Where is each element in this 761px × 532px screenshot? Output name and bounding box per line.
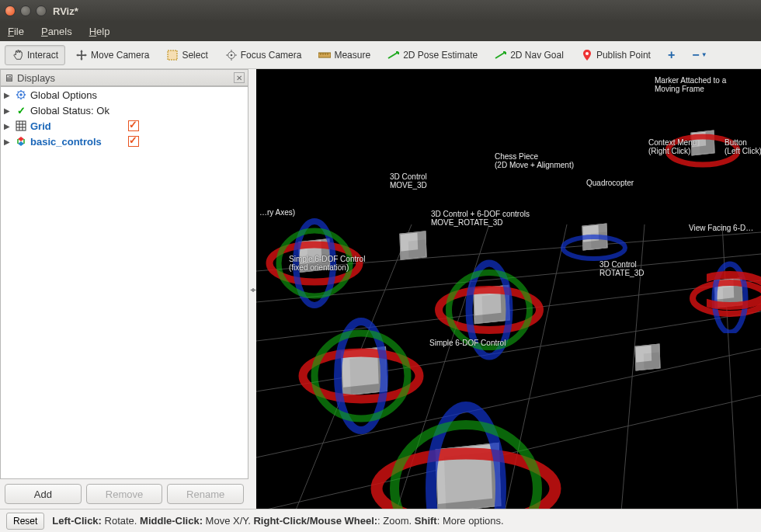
- svg-rect-0: [168, 50, 177, 60]
- window-close-button[interactable]: [5, 5, 16, 16]
- viewport-label: Button(Left Click): [725, 138, 761, 155]
- expand-icon[interactable]: ▶: [4, 122, 12, 130]
- add-button[interactable]: Add: [5, 484, 82, 504]
- statusbar: Reset Left-Click: Rotate. Middle-Click: …: [0, 509, 761, 532]
- gimbal-icon: [357, 380, 575, 509]
- arrow-green-icon: [387, 49, 400, 61]
- displays-tree[interactable]: ▶ Global Options ▶ ✓ Global Status: Ok ▶…: [0, 86, 248, 479]
- displays-panel-header[interactable]: 🖥 Displays ✕: [0, 69, 248, 86]
- tool-label: Interact: [27, 50, 58, 61]
- displays-sidebar: 🖥 Displays ✕ ▶ Global Options ▶ ✓ Global…: [0, 69, 248, 509]
- menu-help[interactable]: Help: [89, 26, 110, 37]
- tool-remove[interactable]: − ▼: [685, 44, 714, 66]
- select-icon: [166, 49, 179, 61]
- tree-label: basic_controls: [30, 136, 102, 148]
- tree-checkbox[interactable]: [128, 120, 139, 131]
- tool-2d-pose-estimate[interactable]: 2D Pose Estimate: [380, 45, 485, 65]
- svg-rect-7: [16, 121, 26, 130]
- viewport-label: Simple 6-DOF Control: [429, 339, 506, 347]
- expand-icon[interactable]: ▶: [4, 137, 12, 146]
- window-title: RViz*: [53, 5, 78, 17]
- reset-button[interactable]: Reset: [6, 513, 44, 530]
- ruler-icon: [318, 49, 331, 61]
- viewport-label: View Facing 6-D…: [689, 224, 753, 232]
- move-icon: [75, 49, 88, 61]
- svg-point-2: [230, 54, 232, 56]
- tool-label: Measure: [334, 50, 370, 61]
- window-minimize-button[interactable]: [20, 5, 31, 16]
- tool-move-camera[interactable]: Move Camera: [68, 45, 156, 65]
- window-maximize-button[interactable]: [36, 5, 47, 16]
- panel-title: Displays: [17, 72, 55, 84]
- toolbar: Interact Move Camera Select Focus Camera…: [0, 41, 761, 69]
- tool-label: Select: [182, 50, 207, 61]
- tree-row-global-status[interactable]: ▶ ✓ Global Status: Ok: [1, 103, 248, 118]
- tool-add[interactable]: +: [661, 44, 682, 66]
- marker-icon: [15, 135, 27, 148]
- pin-icon: [581, 49, 593, 61]
- check-green-icon: ✓: [15, 104, 27, 116]
- plus-icon: +: [668, 48, 675, 62]
- viewport-label: Marker Attached to aMoving Frame: [655, 76, 726, 93]
- tool-label: Move Camera: [91, 50, 149, 61]
- tool-measure[interactable]: Measure: [311, 45, 377, 65]
- viewport-label: Chess Piece(2D Move + Alignment): [495, 152, 574, 169]
- minus-icon: −: [692, 48, 699, 62]
- grid-small-icon: [15, 120, 27, 132]
- expand-icon[interactable]: ▶: [4, 106, 12, 115]
- rename-button[interactable]: Rename: [167, 484, 244, 504]
- arrow-green-icon: [495, 49, 507, 61]
- tool-label: 2D Pose Estimate: [403, 50, 478, 61]
- tree-row-basic-controls[interactable]: ▶ basic_controls: [1, 134, 248, 149]
- gear-icon: [15, 89, 27, 101]
- svg-point-4: [586, 52, 589, 55]
- remove-button[interactable]: Remove: [86, 484, 163, 504]
- tree-row-global-options[interactable]: ▶ Global Options: [1, 87, 248, 103]
- viewport-label: Simple 6-DOF Control(fixed orientation): [289, 255, 365, 272]
- svg-point-35: [707, 275, 761, 306]
- svg-rect-3: [318, 53, 331, 57]
- 3d-viewport[interactable]: Marker Attached to aMoving FrameButton(L…: [256, 69, 761, 509]
- titlebar: RViz*: [0, 0, 761, 22]
- tool-focus-camera[interactable]: Focus Camera: [218, 45, 309, 65]
- expand-icon[interactable]: ▶: [4, 91, 12, 99]
- tool-label: 2D Nav Goal: [510, 50, 564, 61]
- panel-close-icon[interactable]: ✕: [234, 72, 245, 83]
- dropdown-icon: ▼: [701, 51, 707, 58]
- svg-point-34: [563, 237, 625, 259]
- viewport-label: Context Menu(Right Click): [648, 138, 697, 155]
- hand-icon: [12, 49, 24, 61]
- menu-file[interactable]: File: [8, 26, 24, 37]
- viewport-label: Quadrocopter: [586, 179, 634, 187]
- viewport-label: 3D Control + 6-DOF controlsMOVE_ROTATE_3…: [431, 210, 530, 227]
- viewport-label: 3D ControlROTATE_3D: [599, 260, 644, 277]
- viewport-label: …ry Axes): [259, 208, 295, 217]
- tool-publish-point[interactable]: Publish Point: [574, 45, 658, 65]
- splitter[interactable]: ◂ ▸: [248, 69, 256, 509]
- tool-label: Focus Camera: [241, 50, 302, 61]
- panel-icon: 🖥: [4, 72, 14, 84]
- svg-point-6: [19, 93, 23, 96]
- tool-label: Publish Point: [596, 50, 651, 61]
- target-icon: [225, 49, 238, 61]
- menu-panels[interactable]: Panels: [41, 26, 72, 37]
- tree-label: Grid: [30, 120, 51, 132]
- viewport-label: 3D ControlMOVE_3D: [390, 172, 427, 190]
- tree-label: Global Status: Ok: [30, 105, 109, 116]
- tool-interact[interactable]: Interact: [5, 45, 65, 65]
- menubar: File Panels Help: [0, 22, 761, 41]
- svg-point-27: [449, 273, 530, 347]
- gimbal-icon: [707, 248, 761, 333]
- tree-row-grid[interactable]: ▶ Grid: [1, 118, 248, 134]
- tree-checkbox[interactable]: [128, 136, 139, 147]
- tree-label: Global Options: [30, 89, 97, 101]
- status-help-text: Left-Click: Rotate. Middle-Click: Move X…: [52, 515, 503, 527]
- tool-select[interactable]: Select: [159, 45, 214, 65]
- tool-2d-nav-goal[interactable]: 2D Nav Goal: [488, 45, 571, 65]
- svg-point-33: [394, 425, 537, 509]
